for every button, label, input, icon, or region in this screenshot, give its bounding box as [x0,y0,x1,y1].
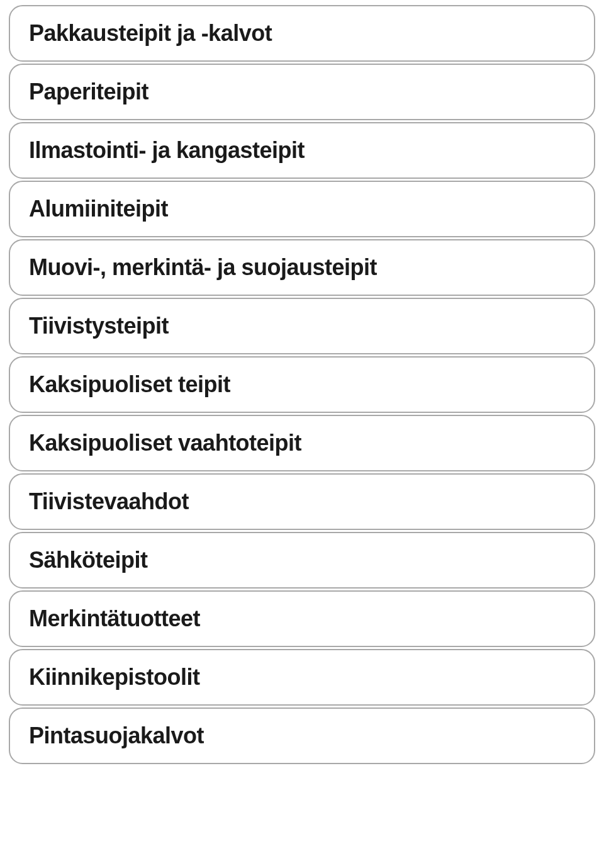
category-item-sahkoteipit[interactable]: Sähköteipit [9,532,595,589]
category-label: Sähköteipit [29,547,148,573]
category-item-paperiteipit[interactable]: Paperiteipit [9,64,595,120]
category-label: Kaksipuoliset vaahtoteipit [29,430,301,456]
category-item-tiivistevaahdot[interactable]: Tiivistevaahdot [9,473,595,530]
category-label: Kaksipuoliset teipit [29,371,230,397]
category-list: Pakkausteipit ja -kalvot Paperiteipit Il… [9,5,595,764]
category-label: Muovi-, merkintä- ja suojausteipit [29,254,377,280]
category-label: Alumiiniteipit [29,196,168,222]
category-label: Tiivistevaahdot [29,488,189,514]
category-item-tiivistysteipit[interactable]: Tiivistysteipit [9,298,595,354]
category-label: Paperiteipit [29,79,148,104]
category-label: Kiinnikepistoolit [29,664,200,690]
category-item-pakkausteipit[interactable]: Pakkausteipit ja -kalvot [9,5,595,62]
category-item-alumiiniteipit[interactable]: Alumiiniteipit [9,181,595,237]
category-label: Pintasuojakalvot [29,723,204,748]
category-label: Tiivistysteipit [29,313,169,339]
category-item-muovi[interactable]: Muovi-, merkintä- ja suojausteipit [9,239,595,296]
category-item-kaksipuoliset-vaahtoteipit[interactable]: Kaksipuoliset vaahtoteipit [9,415,595,471]
category-label: Ilmastointi- ja kangasteipit [29,137,305,163]
category-item-kaksipuoliset-teipit[interactable]: Kaksipuoliset teipit [9,356,595,413]
category-item-merkintatuotteet[interactable]: Merkintätuotteet [9,590,595,647]
category-label: Merkintätuotteet [29,606,200,631]
category-item-pintasuojakalvot[interactable]: Pintasuojakalvot [9,707,595,764]
category-item-kiinnikepistoolit[interactable]: Kiinnikepistoolit [9,649,595,706]
category-label: Pakkausteipit ja -kalvot [29,20,272,46]
category-item-ilmastointi[interactable]: Ilmastointi- ja kangasteipit [9,122,595,179]
